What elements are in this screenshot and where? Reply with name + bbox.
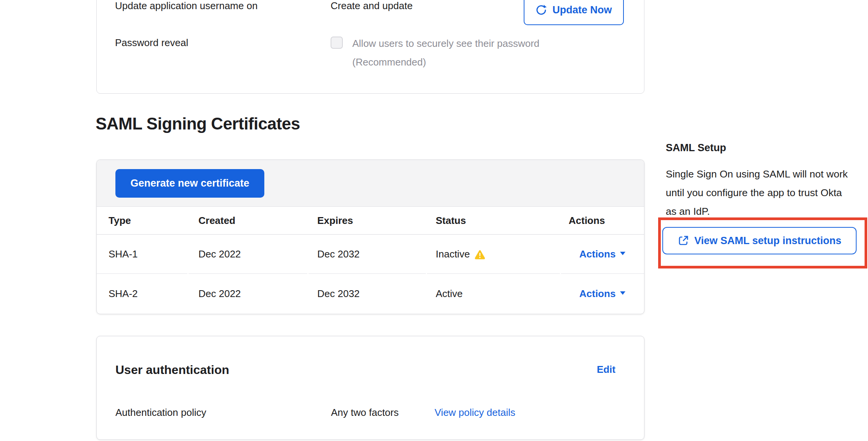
password-reveal-recommended: (Recommended) [352, 56, 426, 68]
authentication-policy-label: Authentication policy [115, 407, 206, 419]
saml-setup-title: SAML Setup [666, 142, 726, 154]
saml-setup-description: Single Sign On using SAML will not work … [666, 165, 854, 221]
password-reveal-checkbox[interactable] [331, 37, 343, 49]
chevron-down-icon [620, 252, 625, 255]
table-row-sha2: SHA-2 Dec 2022 Dec 2032 Active Actions [97, 274, 644, 313]
update-now-button[interactable]: Update Now [524, 0, 624, 25]
status-text: Inactive [436, 248, 470, 260]
cert-type-cell: SHA-1 [97, 235, 187, 274]
password-reveal-label: Password reveal [115, 37, 188, 48]
generate-new-certificate-button[interactable]: Generate new certificate [115, 169, 264, 198]
actions-dropdown-sha2[interactable]: Actions [561, 274, 644, 313]
authentication-policy-value: Any two factors [331, 407, 399, 419]
column-header-status: Status [427, 207, 560, 234]
update-now-label: Update Now [552, 4, 612, 16]
edit-link[interactable]: Edit [597, 364, 615, 375]
warning-icon [475, 250, 485, 260]
column-header-type: Type [97, 207, 187, 234]
cert-expires-cell: Dec 2032 [309, 235, 426, 274]
okta-app-settings-page: Update application username on Create an… [0, 0, 868, 441]
username-update-label: Update application username on [115, 0, 257, 11]
cert-expires-cell: Dec 2032 [309, 274, 426, 313]
actions-dropdown-sha1[interactable]: Actions [561, 235, 644, 274]
column-header-expires: Expires [309, 207, 426, 234]
external-link-icon [678, 235, 689, 246]
column-header-actions: Actions [561, 207, 644, 234]
user-authentication-panel: User authentication Edit Authentication … [96, 336, 644, 440]
actions-label: Actions [579, 248, 615, 260]
actions-label: Actions [579, 288, 615, 300]
certificates-panel: Generate new certificate Type Created Ex… [96, 160, 644, 314]
password-reveal-description: Allow users to securely see their passwo… [352, 38, 539, 49]
refresh-icon [536, 4, 547, 16]
table-row-sha1: SHA-1 Dec 2022 Dec 2032 Inactive Actions [97, 235, 644, 274]
cert-created-cell: Dec 2022 [189, 235, 307, 274]
user-authentication-title: User authentication [115, 363, 229, 377]
cert-status-cell: Inactive [427, 235, 560, 274]
page-title: SAML Signing Certificates [96, 114, 300, 133]
username-update-value: Create and update [331, 0, 412, 11]
cert-created-cell: Dec 2022 [189, 274, 307, 313]
certificates-table-header: Type Created Expires Status Actions [97, 207, 644, 235]
view-policy-details-link[interactable]: View policy details [435, 407, 515, 419]
cert-status-cell: Active [427, 274, 560, 313]
chevron-down-icon [620, 291, 625, 295]
view-saml-setup-instructions-button[interactable]: View SAML setup instructions [662, 227, 857, 254]
view-saml-setup-label: View SAML setup instructions [694, 235, 841, 247]
cert-type-cell: SHA-2 [97, 274, 187, 313]
column-header-created: Created [189, 207, 307, 234]
